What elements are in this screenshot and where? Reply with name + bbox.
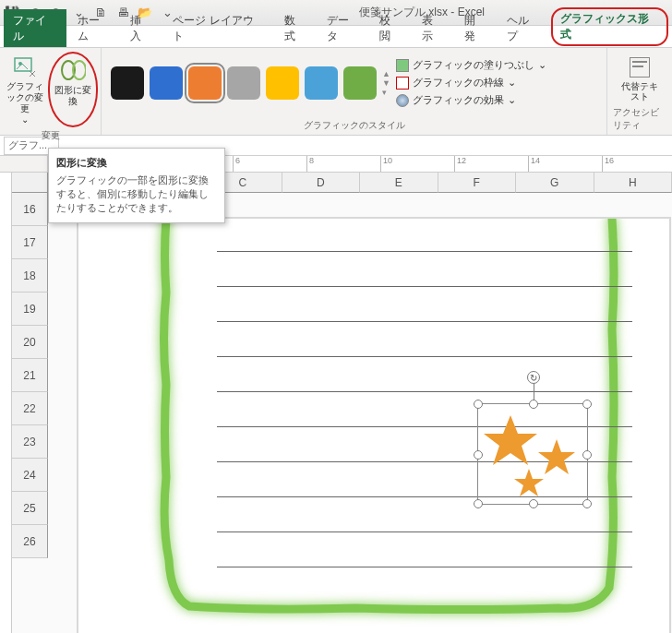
stationery-line <box>217 356 632 357</box>
row-header[interactable]: 22 <box>12 392 48 425</box>
change-graphic-button[interactable]: グラフィックの変更 ⌄ <box>4 52 46 127</box>
ribbon-tabs: ファイル ホーム 挿入 ページ レイアウト 数式 データ 校閲 表示 開発 ヘル… <box>0 26 672 48</box>
alt-text-button[interactable]: 代替テキスト <box>621 52 658 102</box>
alt-text-label: 代替テキスト <box>621 81 658 102</box>
style-swatch[interactable] <box>150 66 183 100</box>
row-header[interactable]: 25 <box>12 492 48 525</box>
row-header[interactable]: 24 <box>12 459 48 492</box>
rotate-handle[interactable]: ↻ <box>527 371 540 384</box>
group-label-styles: グラフィックのスタイル <box>304 117 405 135</box>
resize-handle[interactable] <box>529 499 538 508</box>
tab-developer[interactable]: 開発 <box>455 9 496 47</box>
chevron-down-icon: ⌄ <box>508 77 516 89</box>
resize-handle[interactable] <box>582 400 592 409</box>
resize-handle[interactable] <box>474 400 483 409</box>
tab-help[interactable]: ヘルプ <box>498 9 549 47</box>
style-swatch[interactable] <box>111 66 144 100</box>
ribbon: グラフィックの変更 ⌄ 図形に変換 変更 ▲ ▼ ▾ <box>0 48 672 136</box>
resize-handle[interactable] <box>474 450 483 460</box>
vertical-ruler[interactable] <box>0 173 12 633</box>
effects-icon <box>396 94 409 107</box>
resize-handle[interactable] <box>474 499 483 508</box>
svg-marker-4 <box>484 415 537 465</box>
resize-handle[interactable] <box>582 450 592 460</box>
style-swatch[interactable] <box>188 66 222 100</box>
outline-icon <box>396 77 409 90</box>
ribbon-group-styles: ▲ ▼ ▾ グラフィックの塗りつぶし ⌄ グラフィックの枠線 ⌄ グラフィックの… <box>102 48 607 135</box>
tab-insert[interactable]: 挿入 <box>121 9 162 47</box>
chevron-down-icon: ⌄ <box>538 59 546 71</box>
graphic-outline-label: グラフィックの枠線 <box>413 76 504 90</box>
graphic-fill-label: グラフィックの塗りつぶし <box>413 58 534 72</box>
tab-formulas[interactable]: 数式 <box>275 9 316 47</box>
stationery-line <box>217 321 632 322</box>
tab-review[interactable]: 校閲 <box>370 9 411 47</box>
tab-page-layout[interactable]: ページ レイアウト <box>163 9 273 47</box>
style-commands: グラフィックの塗りつぶし ⌄ グラフィックの枠線 ⌄ グラフィックの効果 ⌄ <box>392 52 550 113</box>
selected-graphic-bounding-box[interactable]: ↻ <box>477 403 588 505</box>
column-header[interactable]: E <box>360 173 438 193</box>
tab-file[interactable]: ファイル <box>4 9 66 47</box>
fill-icon <box>396 59 409 72</box>
tooltip-title: 図形に変換 <box>56 156 217 170</box>
alt-text-icon <box>630 57 650 78</box>
row-header[interactable]: 26 <box>12 525 48 558</box>
stars-graphic[interactable] <box>478 404 589 506</box>
convert-to-shape-highlight: 図形に変換 <box>48 52 98 127</box>
svg-marker-6 <box>514 469 544 496</box>
tab-view[interactable]: 表示 <box>413 9 453 47</box>
convert-to-shape-icon <box>60 57 86 83</box>
gallery-down-icon[interactable]: ▼ <box>382 78 390 88</box>
tab-data[interactable]: データ <box>318 9 369 47</box>
column-header[interactable]: G <box>516 173 594 193</box>
select-all-cell[interactable] <box>12 173 48 193</box>
stationery-line <box>217 531 632 532</box>
row-header[interactable]: 19 <box>12 293 48 326</box>
tooltip-body: グラフィックの一部を図形に変換すると、個別に移動したり編集したりすることができま… <box>56 173 217 215</box>
style-swatch[interactable] <box>305 66 338 100</box>
style-swatch[interactable] <box>266 66 299 100</box>
row-header[interactable]: 18 <box>12 259 48 293</box>
gallery-up-icon[interactable]: ▲ <box>382 69 390 78</box>
convert-to-shape-button[interactable]: 図形に変換 <box>52 55 94 109</box>
chevron-down-icon: ⌄ <box>21 114 29 125</box>
svg-marker-5 <box>538 439 575 474</box>
grid-area[interactable]: ↻ <box>12 173 672 633</box>
style-swatches <box>107 52 380 113</box>
graphic-effects-label: グラフィックの効果 <box>413 93 504 107</box>
stationery-line <box>217 251 632 252</box>
worksheet-area: 246810121416 ABCDEFGH 161718192021222324… <box>0 156 672 633</box>
ruler-corner <box>0 156 48 173</box>
ribbon-group-accessibility: 代替テキスト アクセシビリティ <box>607 48 672 135</box>
stationery-line <box>217 567 632 567</box>
convert-to-shape-label: 図形に変換 <box>54 85 92 107</box>
ribbon-group-change: グラフィックの変更 ⌄ 図形に変換 変更 <box>0 48 102 135</box>
group-label-accessibility: アクセシビリティ <box>613 104 666 135</box>
change-graphic-icon <box>12 54 38 79</box>
row-headers: 1617181920212223242526 <box>12 193 48 633</box>
tab-home[interactable]: ホーム <box>68 9 120 47</box>
row-header[interactable]: 17 <box>12 226 48 259</box>
row-header[interactable]: 16 <box>12 193 48 226</box>
style-swatch[interactable] <box>227 66 260 100</box>
resize-handle[interactable] <box>529 400 538 409</box>
stationery-line <box>217 286 632 287</box>
row-header[interactable]: 21 <box>12 359 48 392</box>
column-header[interactable]: H <box>594 173 673 193</box>
row-header[interactable]: 20 <box>12 326 48 359</box>
style-swatch[interactable] <box>343 66 377 100</box>
column-header[interactable]: F <box>438 173 517 193</box>
graphic-fill-button[interactable]: グラフィックの塗りつぶし ⌄ <box>396 57 546 73</box>
tooltip-convert-to-shape: 図形に変換 グラフィックの一部を図形に変換すると、個別に移動したり編集したりする… <box>48 148 225 223</box>
graphic-outline-button[interactable]: グラフィックの枠線 ⌄ <box>396 75 546 90</box>
gallery-more-icon[interactable]: ▾ <box>382 88 390 97</box>
tab-graphics-format[interactable]: グラフィックス形式 <box>551 7 668 46</box>
row-header[interactable]: 23 <box>12 425 48 459</box>
resize-handle[interactable] <box>582 499 592 508</box>
column-header[interactable]: D <box>282 173 361 193</box>
graphic-effects-button[interactable]: グラフィックの効果 ⌄ <box>396 92 546 108</box>
chevron-down-icon: ⌄ <box>508 94 516 106</box>
change-graphic-label: グラフィックの変更 <box>6 81 44 114</box>
page: ↻ <box>78 219 669 633</box>
stationery-line <box>217 391 632 392</box>
